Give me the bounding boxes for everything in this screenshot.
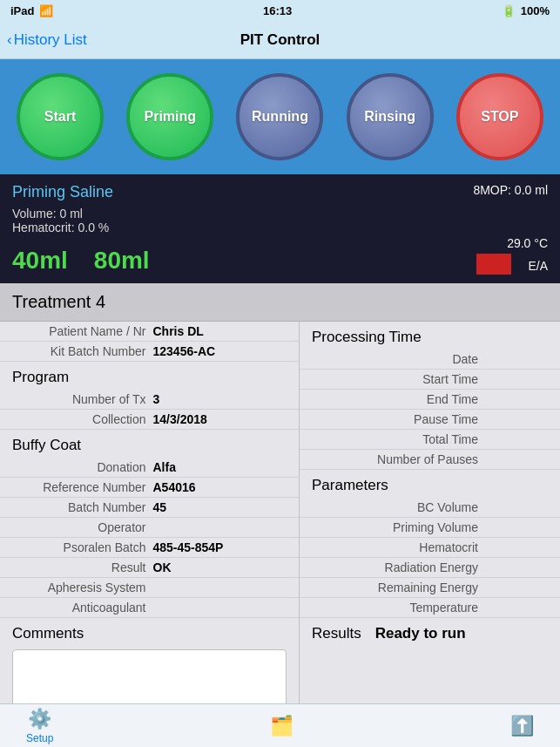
gear-icon: ⚙️ [28,708,51,730]
radiation-energy-row: Radiation Energy [300,558,560,578]
results-label: Results [312,625,361,642]
donation-row: Donation Alfa [0,458,299,478]
ref-num-label: Reference Number [12,480,153,494]
status-left: iPad 📶 [10,4,53,17]
battery-label: 100% [521,4,550,17]
result-label: Result [12,560,153,574]
comments-label: Comments [12,625,287,646]
parameters-label: Parameters [300,470,560,498]
patient-label: Patient Name / Nr [12,324,153,338]
time-display: 16:13 [263,4,292,17]
anticoag-row: Anticoagulant [0,598,299,618]
operator-row: Operator [0,518,299,538]
setup-tab[interactable]: ⚙️ Setup [26,708,53,744]
results-value: Ready to run [361,625,466,642]
temperature-display: 29.0 °C [507,236,548,250]
share-tab[interactable]: ⬆️ [510,715,534,737]
left-column: Patient Name / Nr Chris DL Kit Batch Num… [0,322,299,714]
priming-volume-label: Priming Volume [393,520,478,534]
collection-row: Collection 14/3/2018 [0,410,299,430]
psoralen-row: Psoralen Batch 485-45-854P [0,538,299,558]
bc-volume-row: BC Volume [300,498,560,518]
bc-volume-label: BC Volume [417,500,478,514]
start-time-row: Start Time [300,370,560,390]
results-row: Results Ready to run [300,618,560,649]
device-label: iPad [10,4,34,17]
folder-tab[interactable]: 🗂️ [270,715,293,737]
psoralen-label: Psoralen Batch [12,540,153,554]
start-button[interactable]: Start [17,73,104,160]
operator-label: Operator [12,520,153,534]
mop8-text: 8MOP: 0.0 ml [473,183,548,197]
comments-section: Comments [0,618,299,714]
date-label: Date [452,352,478,366]
result-value: OK [153,560,287,574]
chevron-left-icon: ‹ [7,31,12,49]
batch-num-value: 45 [153,500,287,514]
num-tx-row: Number of Tx 3 [0,390,299,410]
kit-batch-value: 123456-AC [153,344,287,358]
patient-row: Patient Name / Nr Chris DL [0,322,299,342]
comments-box[interactable] [12,649,287,710]
psoralen-value: 485-45-854P [153,540,287,554]
collection-value: 14/3/2018 [153,412,287,426]
main-content: Treatment 4 Patient Name / Nr Chris DL K… [0,283,560,714]
ref-num-row: Reference Number A54016 [0,478,299,498]
num-pauses-row: Number of Pauses [300,450,560,470]
donation-value: Alfa [153,460,287,474]
total-time-row: Total Time [300,430,560,450]
info-panel: Priming Saline Volume: 0 ml Hematocrit: … [0,174,560,283]
num-tx-label: Number of Tx [12,392,153,406]
batch-num-label: Batch Number [12,500,153,514]
ml2-value: 80ml [94,247,150,275]
buffy-coat-section: Buffy Coat [0,430,299,458]
temperature-label: Temperature [409,601,478,615]
right-column: Processing Time Date Start Time End Time… [299,322,560,714]
num-pauses-label: Number of Pauses [377,452,478,466]
anticoag-label: Anticoagulant [12,601,153,615]
patient-value: Chris DL [153,324,287,338]
rinsing-button[interactable]: Rinsing [347,73,434,160]
end-time-label: End Time [427,392,478,406]
two-col-layout: Patient Name / Nr Chris DL Kit Batch Num… [0,322,560,714]
back-label: History List [14,31,87,49]
ea-box[interactable] [476,254,511,275]
end-time-row: End Time [300,390,560,410]
volume-text: Volume: 0 ml [12,207,109,221]
bluetooth-icon: 🔋 [502,4,516,17]
kit-batch-label: Kit Batch Number [12,344,153,358]
program-section: Program [0,362,299,390]
total-time-label: Total Time [422,432,478,446]
tab-bar: ⚙️ Setup 🗂️ ⬆️ [0,703,560,747]
nav-title: PIT Control [240,31,320,49]
info-title: Priming Saline [12,183,548,201]
date-row: Date [300,350,560,370]
pause-time-label: Pause Time [414,412,478,426]
ref-num-value: A54016 [153,480,287,494]
running-button[interactable]: Running [236,73,323,160]
start-time-label: Start Time [422,372,478,386]
hematocrit-row: Hematocrit [300,538,560,558]
ea-label: E/A [528,259,548,273]
back-button[interactable]: ‹ History List [7,31,87,49]
radiation-energy-label: Radiation Energy [385,560,478,574]
num-tx-value: 3 [153,392,287,406]
status-bar: iPad 📶 16:13 🔋 100% [0,0,560,21]
priming-button[interactable]: Priming [126,73,213,160]
hematocrit-label: Hematocrit [419,540,478,554]
setup-label: Setup [26,732,53,744]
ml-row: 40ml 80ml [12,247,548,275]
remaining-energy-row: Remaining Energy [300,578,560,598]
hematocrit-text: Hematocrit: 0.0 % [12,221,109,234]
temperature-row: Temperature [300,598,560,618]
batch-num-row: Batch Number 45 [0,498,299,518]
nav-bar: ‹ History List PIT Control [0,21,560,59]
share-icon: ⬆️ [510,715,534,737]
apheresis-label: Apheresis System [12,581,153,594]
stop-button[interactable]: STOP [456,73,543,160]
folder-icon: 🗂️ [270,715,293,737]
processing-time-label: Processing Time [300,322,560,350]
button-area: Start Priming Running Rinsing STOP [0,59,560,174]
result-row: Result OK [0,558,299,578]
collection-label: Collection [12,412,153,426]
